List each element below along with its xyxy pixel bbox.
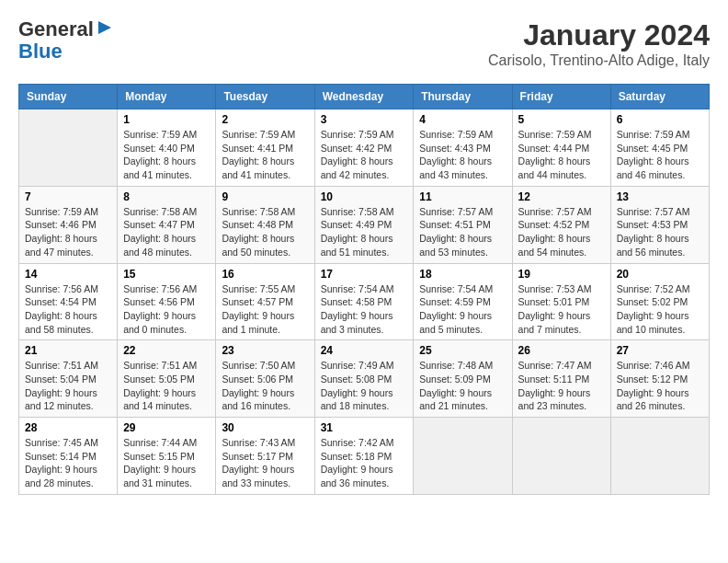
day-info: Sunrise: 7:50 AM Sunset: 5:06 PM Dayligh… (222, 359, 308, 413)
logo-text-blue: Blue (18, 40, 63, 63)
day-info: Sunrise: 7:52 AM Sunset: 5:02 PM Dayligh… (617, 282, 703, 337)
day-number: 1 (123, 113, 210, 126)
day-info: Sunrise: 7:59 AM Sunset: 4:45 PM Dayligh… (617, 128, 703, 182)
day-info: Sunrise: 7:53 AM Sunset: 5:01 PM Dayligh… (518, 282, 605, 337)
day-info: Sunrise: 7:58 AM Sunset: 4:47 PM Dayligh… (123, 205, 210, 259)
day-info: Sunrise: 7:44 AM Sunset: 5:15 PM Dayligh… (123, 436, 210, 490)
day-number: 18 (419, 268, 506, 281)
day-number: 19 (518, 268, 605, 281)
day-info: Sunrise: 7:59 AM Sunset: 4:44 PM Dayligh… (518, 128, 605, 182)
calendar-cell: 31Sunrise: 7:42 AM Sunset: 5:18 PM Dayli… (314, 418, 414, 495)
day-info: Sunrise: 7:57 AM Sunset: 4:51 PM Dayligh… (419, 205, 506, 259)
day-number: 17 (321, 268, 408, 281)
calendar-cell: 17Sunrise: 7:54 AM Sunset: 4:58 PM Dayli… (314, 263, 414, 340)
calendar-cell: 10Sunrise: 7:58 AM Sunset: 4:49 PM Dayli… (314, 186, 414, 263)
calendar-cell: 2Sunrise: 7:59 AM Sunset: 4:41 PM Daylig… (216, 109, 314, 187)
day-info: Sunrise: 7:55 AM Sunset: 4:57 PM Dayligh… (222, 282, 308, 337)
day-number: 8 (123, 190, 210, 203)
day-number: 15 (123, 268, 210, 281)
calendar-cell: 7Sunrise: 7:59 AM Sunset: 4:46 PM Daylig… (19, 186, 118, 263)
day-number: 12 (518, 190, 605, 203)
calendar-cell: 25Sunrise: 7:48 AM Sunset: 5:09 PM Dayli… (414, 340, 512, 418)
week-row-5: 28Sunrise: 7:45 AM Sunset: 5:14 PM Dayli… (19, 418, 710, 495)
calendar-cell: 3Sunrise: 7:59 AM Sunset: 4:42 PM Daylig… (314, 109, 414, 187)
day-number: 5 (518, 113, 605, 126)
page-header: General Blue January 2024 Carisolo, Tren… (18, 18, 710, 69)
day-number: 13 (617, 190, 703, 203)
calendar-cell: 4Sunrise: 7:59 AM Sunset: 4:43 PM Daylig… (414, 109, 512, 187)
calendar-table: SundayMondayTuesdayWednesdayThursdayFrid… (18, 84, 710, 495)
logo-text-general: General (18, 18, 94, 40)
calendar-cell: 8Sunrise: 7:58 AM Sunset: 4:47 PM Daylig… (118, 186, 216, 263)
calendar-cell: 24Sunrise: 7:49 AM Sunset: 5:08 PM Dayli… (314, 340, 414, 418)
week-row-1: 1Sunrise: 7:59 AM Sunset: 4:40 PM Daylig… (19, 109, 710, 187)
day-number: 22 (123, 344, 210, 357)
svg-marker-0 (98, 21, 111, 34)
calendar-cell: 21Sunrise: 7:51 AM Sunset: 5:04 PM Dayli… (19, 340, 118, 418)
day-info: Sunrise: 7:59 AM Sunset: 4:43 PM Dayligh… (419, 128, 506, 182)
day-number: 3 (321, 113, 408, 126)
day-info: Sunrise: 7:49 AM Sunset: 5:08 PM Dayligh… (321, 359, 408, 413)
day-info: Sunrise: 7:59 AM Sunset: 4:41 PM Dayligh… (222, 128, 308, 182)
day-number: 6 (617, 113, 703, 126)
calendar-body: 1Sunrise: 7:59 AM Sunset: 4:40 PM Daylig… (19, 109, 710, 495)
calendar-cell (19, 109, 118, 187)
week-row-4: 21Sunrise: 7:51 AM Sunset: 5:04 PM Dayli… (19, 340, 710, 418)
day-info: Sunrise: 7:57 AM Sunset: 4:52 PM Dayligh… (518, 205, 605, 259)
day-info: Sunrise: 7:45 AM Sunset: 5:14 PM Dayligh… (25, 436, 111, 490)
calendar-cell: 28Sunrise: 7:45 AM Sunset: 5:14 PM Dayli… (19, 418, 118, 495)
day-info: Sunrise: 7:54 AM Sunset: 4:59 PM Dayligh… (419, 282, 506, 337)
day-info: Sunrise: 7:43 AM Sunset: 5:17 PM Dayligh… (222, 436, 308, 490)
day-info: Sunrise: 7:58 AM Sunset: 4:49 PM Dayligh… (321, 205, 408, 259)
title-block: January 2024 Carisolo, Trentino-Alto Adi… (488, 18, 710, 69)
day-number: 10 (321, 190, 408, 203)
calendar-cell: 9Sunrise: 7:58 AM Sunset: 4:48 PM Daylig… (216, 186, 314, 263)
day-number: 26 (518, 344, 605, 357)
day-number: 25 (419, 344, 506, 357)
calendar-cell (610, 418, 709, 495)
calendar-cell: 15Sunrise: 7:56 AM Sunset: 4:56 PM Dayli… (118, 263, 216, 340)
calendar-cell: 27Sunrise: 7:46 AM Sunset: 5:12 PM Dayli… (610, 340, 709, 418)
logo: General Blue (18, 18, 113, 63)
day-info: Sunrise: 7:59 AM Sunset: 4:46 PM Dayligh… (25, 205, 111, 259)
calendar-header: SundayMondayTuesdayWednesdayThursdayFrid… (19, 85, 710, 109)
header-cell-thursday: Thursday (414, 85, 512, 109)
header-cell-friday: Friday (512, 85, 610, 109)
calendar-cell: 20Sunrise: 7:52 AM Sunset: 5:02 PM Dayli… (610, 263, 709, 340)
day-info: Sunrise: 7:54 AM Sunset: 4:58 PM Dayligh… (321, 282, 408, 337)
day-number: 14 (25, 268, 111, 281)
calendar-cell (414, 418, 512, 495)
day-number: 24 (321, 344, 408, 357)
day-number: 28 (25, 421, 111, 434)
day-number: 9 (222, 190, 308, 203)
day-number: 21 (25, 344, 111, 357)
day-info: Sunrise: 7:47 AM Sunset: 5:11 PM Dayligh… (518, 359, 605, 413)
day-number: 16 (222, 268, 308, 281)
calendar-cell: 30Sunrise: 7:43 AM Sunset: 5:17 PM Dayli… (216, 418, 314, 495)
calendar-cell: 1Sunrise: 7:59 AM Sunset: 4:40 PM Daylig… (118, 109, 216, 187)
day-number: 27 (617, 344, 703, 357)
day-number: 31 (321, 421, 408, 434)
day-info: Sunrise: 7:59 AM Sunset: 4:40 PM Dayligh… (123, 128, 210, 182)
day-info: Sunrise: 7:56 AM Sunset: 4:56 PM Dayligh… (123, 282, 210, 337)
header-cell-saturday: Saturday (610, 85, 709, 109)
calendar-cell: 13Sunrise: 7:57 AM Sunset: 4:53 PM Dayli… (610, 186, 709, 263)
calendar-cell: 14Sunrise: 7:56 AM Sunset: 4:54 PM Dayli… (19, 263, 118, 340)
day-number: 20 (617, 268, 703, 281)
day-info: Sunrise: 7:57 AM Sunset: 4:53 PM Dayligh… (617, 205, 703, 259)
day-number: 7 (25, 190, 111, 203)
day-info: Sunrise: 7:48 AM Sunset: 5:09 PM Dayligh… (419, 359, 506, 413)
day-number: 4 (419, 113, 506, 126)
day-number: 29 (123, 421, 210, 434)
day-info: Sunrise: 7:58 AM Sunset: 4:48 PM Dayligh… (222, 205, 308, 259)
calendar-cell: 18Sunrise: 7:54 AM Sunset: 4:59 PM Dayli… (414, 263, 512, 340)
calendar-cell: 6Sunrise: 7:59 AM Sunset: 4:45 PM Daylig… (610, 109, 709, 187)
header-cell-monday: Monday (118, 85, 216, 109)
day-info: Sunrise: 7:51 AM Sunset: 5:05 PM Dayligh… (123, 359, 210, 413)
calendar-cell: 23Sunrise: 7:50 AM Sunset: 5:06 PM Dayli… (216, 340, 314, 418)
week-row-3: 14Sunrise: 7:56 AM Sunset: 4:54 PM Dayli… (19, 263, 710, 340)
calendar-cell: 12Sunrise: 7:57 AM Sunset: 4:52 PM Dayli… (512, 186, 610, 263)
week-row-2: 7Sunrise: 7:59 AM Sunset: 4:46 PM Daylig… (19, 186, 710, 263)
day-number: 23 (222, 344, 308, 357)
location-title: Carisolo, Trentino-Alto Adige, Italy (488, 52, 710, 69)
